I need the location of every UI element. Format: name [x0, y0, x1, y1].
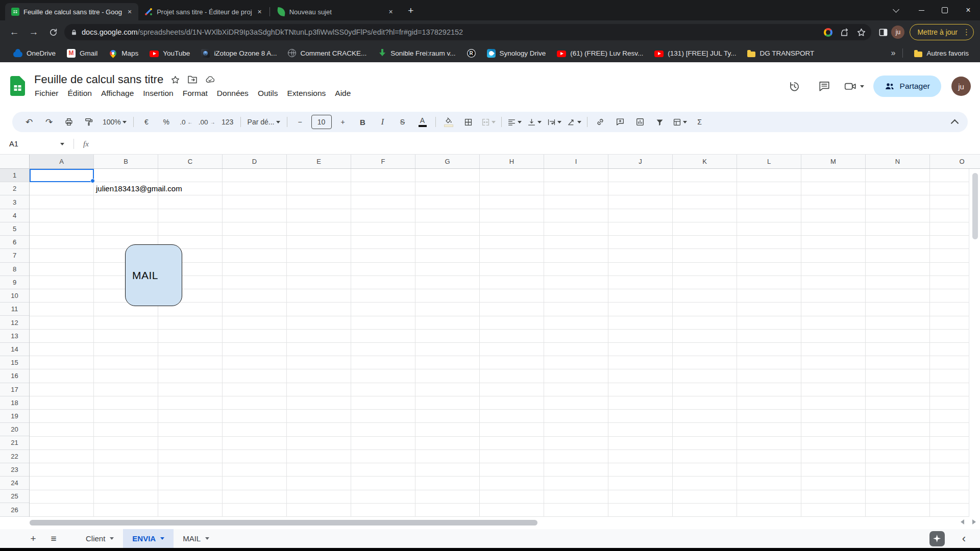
column-header-N[interactable]: N: [866, 155, 930, 168]
row-header-16[interactable]: 16: [0, 369, 29, 383]
new-tab-button[interactable]: +: [404, 4, 418, 18]
row-header-17[interactable]: 17: [0, 383, 29, 396]
cloud-saved-icon[interactable]: [205, 75, 215, 85]
tab-close-button[interactable]: ×: [256, 8, 263, 16]
row-header-6[interactable]: 6: [0, 236, 29, 249]
percent-format-button[interactable]: %: [157, 114, 176, 130]
column-header-J[interactable]: J: [608, 155, 673, 168]
font-select[interactable]: Par dé...: [244, 114, 284, 130]
vertical-scrollbar[interactable]: [969, 169, 980, 517]
bookmarks-overflow-chevron[interactable]: »: [891, 48, 896, 58]
row-header-4[interactable]: 4: [0, 209, 29, 222]
refresh-button[interactable]: [45, 24, 61, 40]
column-header-G[interactable]: G: [415, 155, 480, 168]
maximize-button[interactable]: [933, 0, 957, 20]
bookmark-star-icon[interactable]: [856, 28, 866, 37]
bold-button[interactable]: B: [353, 114, 373, 130]
vertical-scrollbar-thumb[interactable]: [972, 173, 978, 239]
mail-drawing-button[interactable]: MAIL: [125, 244, 182, 306]
row-header-10[interactable]: 10: [0, 289, 29, 303]
meet-button[interactable]: [844, 80, 864, 92]
collapse-toolbar-chevron[interactable]: [951, 119, 959, 127]
create-filter-button[interactable]: [650, 114, 670, 130]
menu-item-7[interactable]: Outils: [253, 87, 283, 99]
browser-tab-1[interactable]: Feuille de calcul sans titre - Goog×: [5, 3, 138, 20]
menu-item-8[interactable]: Extensions: [283, 87, 331, 99]
document-title[interactable]: Feuille de calcul sans titre: [34, 73, 163, 86]
increase-decimal-button[interactable]: .00→: [197, 114, 217, 130]
sheet-tab-client[interactable]: Client: [77, 529, 123, 548]
menu-item-2[interactable]: Édition: [63, 87, 96, 99]
row-header-15[interactable]: 15: [0, 356, 29, 369]
decrease-font-size-button[interactable]: −: [290, 114, 310, 130]
menu-item-5[interactable]: Format: [178, 87, 212, 99]
side-panel-button[interactable]: [878, 28, 888, 37]
row-header-1[interactable]: 1: [0, 169, 29, 182]
text-color-button[interactable]: A: [413, 114, 432, 130]
insert-comment-button[interactable]: [610, 114, 630, 130]
menu-item-9[interactable]: Aide: [330, 87, 355, 99]
column-header-M[interactable]: M: [801, 155, 866, 168]
bookmark-item[interactable]: OneDrive: [9, 47, 60, 59]
font-size-input[interactable]: 10: [311, 115, 332, 129]
menu-item-6[interactable]: Données: [212, 87, 253, 99]
chrome-update-button[interactable]: Mettre à jour ⋮: [910, 24, 974, 40]
cell-b2-value[interactable]: julien183413@gmail.com: [96, 182, 182, 195]
comments-button[interactable]: [814, 76, 835, 96]
share-icon[interactable]: [840, 28, 849, 37]
print-button[interactable]: [59, 114, 79, 130]
version-history-button[interactable]: [785, 76, 805, 96]
sheet-tab-envia[interactable]: ENVIA: [123, 529, 174, 548]
column-header-F[interactable]: F: [351, 155, 415, 168]
row-header-21[interactable]: 21: [0, 436, 29, 449]
bookmark-item[interactable]: iZotope Ozone 8 A...: [197, 47, 281, 60]
text-rotate-button[interactable]: [565, 114, 584, 130]
row-header-23[interactable]: 23: [0, 463, 29, 477]
bookmark-item[interactable]: Gmail: [63, 47, 102, 60]
bookmark-item[interactable]: (61) (FREE) Luv Resv...: [553, 47, 647, 59]
minimize-button[interactable]: [910, 0, 933, 20]
close-window-button[interactable]: ×: [957, 0, 980, 20]
column-header-B[interactable]: B: [94, 155, 158, 168]
tab-close-button[interactable]: ×: [387, 8, 395, 16]
bookmark-item[interactable]: Sonible Frei:raum v...: [374, 47, 459, 60]
decrease-decimal-button[interactable]: .0←: [177, 114, 196, 130]
row-header-5[interactable]: 5: [0, 222, 29, 236]
horizontal-align-button[interactable]: [505, 114, 524, 130]
bookmark-item[interactable]: DG TRANSPORT: [743, 47, 818, 59]
row-header-25[interactable]: 25: [0, 490, 29, 503]
row-header-19[interactable]: 19: [0, 410, 29, 423]
column-header-L[interactable]: L: [737, 155, 801, 168]
bookmark-item[interactable]: Synology Drive: [483, 47, 550, 60]
scroll-right-arrow-icon[interactable]: [972, 519, 976, 524]
bookmark-item[interactable]: [463, 47, 480, 60]
bookmark-item[interactable]: Maps: [105, 47, 142, 59]
insert-link-button[interactable]: [591, 114, 610, 130]
vertical-align-button[interactable]: [525, 114, 544, 130]
text-wrap-button[interactable]: [545, 114, 564, 130]
bookmark-item[interactable]: (131) [FREE] JUL Ty...: [650, 47, 740, 59]
row-header-24[interactable]: 24: [0, 477, 29, 490]
address-bar[interactable]: docs.google.com/spreadsheets/d/1N-WXlbXi…: [64, 24, 871, 40]
row-header-11[interactable]: 11: [0, 303, 29, 316]
move-folder-icon[interactable]: [187, 75, 198, 84]
account-avatar[interactable]: ju: [951, 77, 971, 96]
star-icon[interactable]: [170, 75, 180, 85]
forward-button[interactable]: →: [26, 24, 42, 40]
row-header-18[interactable]: 18: [0, 396, 29, 410]
menu-item-1[interactable]: Fichier: [30, 87, 63, 99]
italic-button[interactable]: I: [373, 114, 393, 130]
tab-close-button[interactable]: ×: [126, 8, 133, 16]
select-all-corner[interactable]: [0, 155, 30, 169]
merge-cells-button[interactable]: [479, 114, 498, 130]
strikethrough-button[interactable]: S: [393, 114, 412, 130]
horizontal-scrollbar-thumb[interactable]: [30, 520, 537, 525]
share-button[interactable]: Partager: [873, 76, 941, 97]
grid-cells[interactable]: julien183413@gmail.com MAIL: [30, 169, 980, 517]
row-header-13[interactable]: 13: [0, 330, 29, 343]
paint-format-button[interactable]: [79, 114, 99, 130]
currency-format-button[interactable]: €: [137, 114, 156, 130]
row-header-9[interactable]: 9: [0, 276, 29, 289]
filter-views-button[interactable]: [670, 114, 690, 130]
row-header-20[interactable]: 20: [0, 423, 29, 436]
